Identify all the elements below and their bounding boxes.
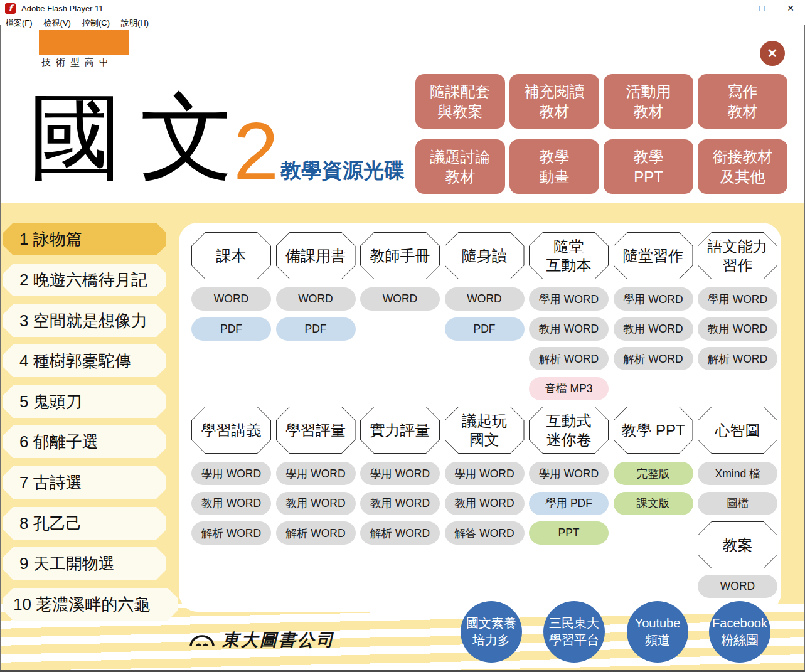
publisher-name: 東大圖書公司 xyxy=(222,629,335,651)
category-interactive-workbook: 隨堂互動本 學用 WORD 教用 WORD 解析 WORD 音檔 MP3 xyxy=(529,232,609,407)
file-button[interactable]: 解析 WORD xyxy=(529,347,609,370)
link-sanmin-learning-platform[interactable]: 三民東大學習平台 xyxy=(543,601,605,663)
sidebar-item-8[interactable]: 8 孔乙己 xyxy=(3,507,166,540)
category-mind-map: 心智圖 Xmind 檔 圖檔 教案 WORD xyxy=(698,407,777,605)
file-button[interactable]: 學用 WORD xyxy=(614,287,693,311)
file-button[interactable]: PDF xyxy=(276,317,356,341)
file-button[interactable]: 學用 WORD xyxy=(191,462,271,485)
sidebar-item-5[interactable]: 5 鬼頭刀 xyxy=(3,385,166,418)
category-fun-chinese: 議起玩國文 學用 WORD 教用 WORD 解答 WORD xyxy=(445,407,525,605)
sidebar-item-10[interactable]: 10 荖濃溪畔的六龜 xyxy=(3,588,178,621)
file-button[interactable]: 圖檔 xyxy=(698,492,777,515)
minimize-button[interactable]: – xyxy=(718,0,747,16)
file-button[interactable]: WORD xyxy=(445,287,525,311)
category-header: 隨堂互動本 xyxy=(529,232,609,279)
btn-supplementary-reading[interactable]: 補充閱讀教材 xyxy=(509,74,599,129)
window-title: Adobe Flash Player 11 xyxy=(21,4,104,13)
category-header: 學習評量 xyxy=(276,407,356,454)
category-language-ability-workbook: 語文能力習作 學用 WORD 教用 WORD 解析 WORD xyxy=(698,232,777,407)
file-button[interactable]: 解答 WORD xyxy=(445,521,525,545)
file-button[interactable]: 解析 WORD xyxy=(360,521,440,545)
file-button[interactable]: 學用 WORD xyxy=(529,287,609,311)
category-header: 實力評量 xyxy=(360,407,440,454)
link-literacy-platform[interactable]: 國文素養培力多 xyxy=(461,601,522,663)
menu-control[interactable]: 控制(C) xyxy=(82,18,110,29)
category-header: 備課用書 xyxy=(276,232,356,279)
file-button[interactable]: 完整版 xyxy=(614,462,693,485)
window-border-left xyxy=(0,25,1,672)
category-textbook: 課本 WORD PDF xyxy=(191,232,271,407)
btn-topic-discussion[interactable]: 議題討論教材 xyxy=(415,139,505,194)
content-panel: 課本 WORD PDF 備課用書 WORD PDF 教師手冊 WORD 隨身讀 … xyxy=(179,223,781,612)
category-header: 議起玩國文 xyxy=(445,407,525,454)
sidebar-item-6[interactable]: 6 郁離子選 xyxy=(3,425,166,458)
btn-writing-materials[interactable]: 寫作教材 xyxy=(698,74,787,129)
category-header: 教學 PPT xyxy=(614,407,693,454)
btn-teaching-animation[interactable]: 教學動畫 xyxy=(509,139,599,194)
menu-view[interactable]: 檢視(V) xyxy=(44,18,71,29)
close-button[interactable]: ✕ xyxy=(760,41,785,66)
file-button[interactable]: PPT xyxy=(529,521,609,545)
window-controls: – □ ✕ xyxy=(718,0,805,16)
file-button[interactable]: 學用 PDF xyxy=(529,492,609,515)
sidebar-item-4[interactable]: 4 種樹郭橐駝傳 xyxy=(3,344,166,377)
btn-bridging-materials[interactable]: 銜接教材及其他 xyxy=(698,139,787,194)
page-title: 國文 xyxy=(28,88,252,187)
file-button[interactable]: PDF xyxy=(191,317,271,341)
file-button[interactable]: 教用 WORD xyxy=(276,492,356,515)
link-facebook-fanpage[interactable]: Facebook粉絲團 xyxy=(709,601,770,663)
maximize-button[interactable]: □ xyxy=(747,0,776,16)
resource-group-1: 課本 WORD PDF 備課用書 WORD PDF 教師手冊 WORD 隨身讀 … xyxy=(191,232,782,407)
page-subtitle: 教學資源光碟 xyxy=(280,157,405,185)
sidebar-item-1[interactable]: 1 詠物篇 xyxy=(3,223,166,255)
file-button[interactable]: 教用 WORD xyxy=(445,492,525,515)
file-button[interactable]: 解析 WORD xyxy=(698,347,777,370)
file-button[interactable]: 解析 WORD xyxy=(276,521,356,545)
category-study-assessment: 學習評量 學用 WORD 教用 WORD 解析 WORD xyxy=(276,407,356,605)
category-proficiency-assessment: 實力評量 學用 WORD 教用 WORD 解析 WORD xyxy=(360,407,440,605)
file-button[interactable]: 學用 WORD xyxy=(529,462,609,485)
sidebar-item-9[interactable]: 9 天工開物選 xyxy=(3,547,166,580)
category-header: 隨身讀 xyxy=(445,232,525,279)
file-button[interactable]: Xmind 檔 xyxy=(698,462,777,485)
file-button[interactable]: WORD xyxy=(698,575,777,598)
link-youtube-channel[interactable]: Youtube頻道 xyxy=(627,601,688,663)
file-button[interactable]: 教用 WORD xyxy=(614,317,693,341)
category-teacher-manual: 教師手冊 WORD xyxy=(360,232,440,407)
category-header: 心智圖 xyxy=(698,407,777,454)
file-button[interactable]: 音檔 MP3 xyxy=(529,377,609,400)
menu-file[interactable]: 檔案(F) xyxy=(6,18,33,29)
file-button[interactable]: WORD xyxy=(360,287,440,311)
close-icon: ✕ xyxy=(767,46,778,61)
menu-help[interactable]: 說明(H) xyxy=(121,18,149,29)
file-button[interactable]: 教用 WORD xyxy=(529,317,609,341)
btn-activity-materials[interactable]: 活動用教材 xyxy=(604,74,693,129)
btn-lesson-package-and-plans[interactable]: 隨課配套與教案 xyxy=(415,74,505,129)
category-lesson-plan: 教案 xyxy=(698,521,777,568)
file-button[interactable]: 課文版 xyxy=(614,492,693,515)
file-button[interactable]: 學用 WORD xyxy=(698,287,777,311)
file-button[interactable]: PDF xyxy=(445,317,525,341)
bridge-logo-icon xyxy=(188,631,216,649)
category-header: 課本 xyxy=(191,232,271,279)
file-button[interactable]: 解析 WORD xyxy=(614,347,693,370)
file-button[interactable]: 教用 WORD xyxy=(360,492,440,515)
flash-player-icon: f xyxy=(5,3,16,14)
file-button[interactable]: 解析 WORD xyxy=(191,521,271,545)
file-button[interactable]: 學用 WORD xyxy=(360,462,440,485)
file-button[interactable]: 教用 WORD xyxy=(698,317,777,341)
category-lesson-prep-book: 備課用書 WORD PDF xyxy=(276,232,356,407)
file-button[interactable]: 學用 WORD xyxy=(276,462,356,485)
file-button[interactable]: 學用 WORD xyxy=(445,462,525,485)
publisher-logo-block xyxy=(39,30,129,55)
btn-teaching-ppt[interactable]: 教學PPT xyxy=(604,139,693,194)
file-button[interactable]: WORD xyxy=(276,287,356,311)
window-close-button[interactable]: ✕ xyxy=(776,0,805,16)
sidebar-item-2[interactable]: 2 晚遊六橋待月記 xyxy=(3,264,166,296)
category-teaching-ppt: 教學 PPT 完整版 課文版 xyxy=(614,407,693,605)
sidebar-item-7[interactable]: 7 古詩選 xyxy=(3,466,166,499)
file-button[interactable]: 教用 WORD xyxy=(191,492,271,515)
file-button[interactable]: WORD xyxy=(191,287,271,311)
brand-label: 技術型高中 xyxy=(41,56,114,68)
sidebar-item-3[interactable]: 3 空間就是想像力 xyxy=(3,304,166,337)
